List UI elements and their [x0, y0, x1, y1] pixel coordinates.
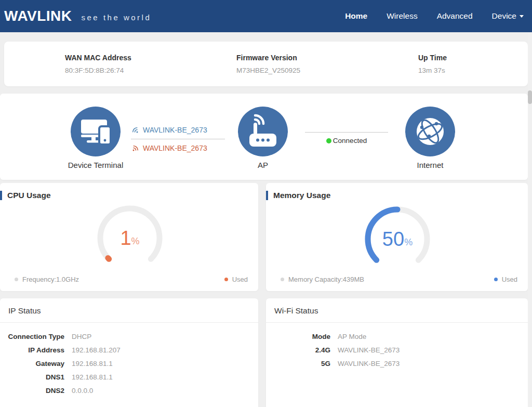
connection-type-label: Connection Type	[0, 333, 64, 340]
firmware-value: M73HBE2_V250925	[236, 67, 418, 74]
nav-home[interactable]: Home	[345, 11, 367, 21]
table-row: Connection Type DHCP	[0, 333, 258, 340]
device-terminal-label: Device Terminal	[59, 161, 132, 169]
nav-device[interactable]: Device	[492, 11, 524, 21]
table-row: Mode AP Mode	[266, 333, 528, 340]
gateway-label: Gateway	[0, 360, 64, 367]
nav-wireless[interactable]: Wireless	[387, 11, 417, 21]
wan-mac-value: 80:3F:5D:8B:26:74	[65, 67, 236, 74]
mode-value: AP Mode	[338, 333, 366, 340]
memory-used-legend-dot	[494, 278, 498, 281]
wan-mac-label: WAN MAC Address	[65, 54, 236, 62]
connection-type-value: DHCP	[72, 333, 91, 340]
cpu-used-legend-dot	[224, 278, 228, 281]
ip-status-rows: Connection Type DHCP IP Address 192.168.…	[0, 323, 258, 395]
system-info-bar: WAN MAC Address 80:3F:5D:8B:26:74 Firmwa…	[4, 42, 528, 86]
dns2-label: DNS2	[0, 387, 64, 395]
internet-label: Internet	[394, 161, 467, 169]
memory-used-legend: Used	[494, 275, 517, 283]
memory-legend-row: Memory Capacity:439MB Used	[281, 275, 517, 283]
header-accent-bar	[266, 191, 268, 200]
memory-usage-card: Memory Usage 50 % Memory Capacity:439MB …	[266, 183, 528, 291]
capacity-note-text: Memory Capacity:439MB	[288, 275, 364, 283]
ip-address-label: IP Address	[0, 346, 64, 354]
uptime-value: 13m 37s	[418, 67, 447, 74]
ap-node: AP	[227, 107, 299, 169]
ssid-24g-value: WAVLINK-BE_2673	[338, 346, 400, 354]
wifi-5g-icon	[131, 144, 140, 153]
dns1-value: 192.168.81.1	[72, 373, 113, 381]
wifi-24g-icon	[131, 126, 140, 135]
connected-status-dot	[326, 138, 331, 143]
top-navbar: WAVLINK see the world Home Wireless Adva…	[0, 0, 532, 32]
header-accent-bar	[0, 191, 2, 200]
dns1-label: DNS1	[0, 373, 64, 381]
nav-advanced[interactable]: Advanced	[437, 11, 473, 21]
mode-label: Mode	[266, 333, 330, 340]
memory-gauge-value: 50 %	[361, 203, 434, 275]
memory-used-legend-text: Used	[502, 275, 517, 283]
cpu-legend-row: Frequency:1.0GHz Used	[15, 275, 248, 283]
ap-router-icon	[238, 107, 288, 156]
table-row: 2.4G WAVLINK-BE_2673	[266, 346, 528, 354]
ssid-24g-label: 2.4G	[266, 346, 330, 354]
brand-tagline: see the world	[82, 13, 152, 22]
frequency-legend-dot	[15, 278, 18, 281]
table-row: IP Address 192.168.81.207	[0, 346, 258, 354]
table-row: DNS1 192.168.81.1	[0, 373, 258, 381]
wifi-status-rows: Mode AP Mode 2.4G WAVLINK-BE_2673 5G WAV…	[266, 323, 528, 367]
table-row: DNS2 0.0.0.0	[0, 387, 258, 395]
ap-internet-connector-line	[305, 132, 388, 133]
cpu-gauge-value: 1 %	[94, 202, 166, 274]
wan-mac-info: WAN MAC Address 80:3F:5D:8B:26:74	[65, 54, 236, 74]
ssid-block: WAVLINK-BE_2673 WAVLINK-BE_2673	[131, 125, 225, 153]
cpu-percent-unit: %	[131, 236, 140, 247]
ssid-5g-label: 5G	[266, 360, 330, 367]
memory-percent-unit: %	[404, 237, 413, 248]
memory-percent-number: 50	[382, 228, 404, 251]
table-row: Gateway 192.168.81.1	[0, 360, 258, 367]
firmware-info: Firmware Version M73HBE2_V250925	[236, 54, 418, 74]
memory-card-header: Memory Usage	[266, 183, 528, 200]
frequency-note-text: Frequency:1.0GHz	[22, 275, 79, 283]
ssid-24g-row: WAVLINK-BE_2673	[131, 125, 225, 135]
scrollbar-thumb[interactable]	[528, 90, 532, 104]
nav-device-label: Device	[492, 11, 516, 21]
brand: WAVLINK see the world	[4, 8, 151, 24]
ssid-5g-text: WAVLINK-BE_2673	[143, 144, 207, 152]
connected-status-text: Connected	[333, 137, 367, 145]
cpu-percent-number: 1	[120, 227, 131, 250]
connection-status: Connected	[305, 137, 388, 145]
chevron-down-icon	[520, 15, 524, 18]
cpu-card-header: CPU Usage	[0, 183, 258, 200]
cpu-usage-card: CPU Usage 1 % Frequency:1.0GHz Used	[0, 183, 258, 291]
device-terminal-node: Device Terminal	[59, 107, 132, 169]
gateway-value: 192.168.81.1	[72, 360, 113, 367]
internet-node: Internet	[394, 107, 467, 169]
device-terminal-icon	[71, 107, 121, 156]
ip-status-title: IP Status	[0, 298, 258, 323]
cpu-used-legend-text: Used	[232, 275, 248, 283]
ssid-24g-text: WAVLINK-BE_2673	[143, 126, 207, 134]
table-row: 5G WAVLINK-BE_2673	[266, 360, 528, 367]
ssid-5g-row: WAVLINK-BE_2673	[131, 143, 225, 153]
ap-label: AP	[227, 161, 299, 169]
internet-globe-icon	[405, 107, 455, 156]
memory-capacity-note: Memory Capacity:439MB	[281, 275, 364, 283]
cpu-card-title: CPU Usage	[7, 191, 51, 200]
main-nav: Home Wireless Advanced Device	[345, 11, 524, 21]
cpu-gauge: 1 %	[94, 202, 166, 274]
ip-status-card: IP Status Connection Type DHCP IP Addres…	[0, 298, 258, 407]
memory-card-title: Memory Usage	[273, 191, 330, 200]
device-ap-connector-line	[131, 139, 225, 139]
router-dashboard-page: WAVLINK see the world Home Wireless Adva…	[0, 0, 532, 407]
wavlink-logo: WAVLINK	[4, 8, 72, 24]
memory-gauge: 50 %	[361, 203, 434, 275]
wifi-status-card: Wi-Fi Status Mode AP Mode 2.4G WAVLINK-B…	[266, 298, 528, 407]
uptime-label: Up Time	[418, 54, 447, 62]
uptime-info: Up Time 13m 37s	[418, 54, 447, 74]
firmware-label: Firmware Version	[236, 54, 418, 62]
vertical-scrollbar[interactable]	[528, 32, 532, 407]
dns2-value: 0.0.0.0	[72, 387, 93, 395]
cpu-used-legend: Used	[224, 275, 248, 283]
